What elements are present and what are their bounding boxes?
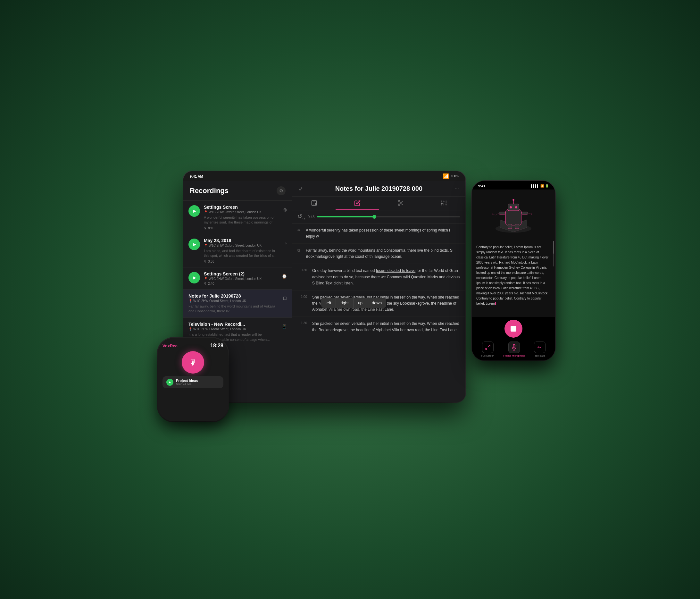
timeline-scrubber[interactable] (372, 215, 376, 219)
recording-location-3: 📍 W1C 2HW Oxford Street, London UK (204, 277, 278, 281)
svg-line-41 (485, 348, 487, 350)
context-left[interactable]: left (321, 298, 336, 308)
rewind-15s-button[interactable]: ↺15 (297, 213, 305, 221)
settings-button[interactable]: ⚙ (277, 186, 285, 195)
watch-project-duration: 8min 47 sec (176, 383, 220, 386)
recording-info-2: May 28, 2018 📍 W1C 2HW Oxford Street, Lo… (204, 238, 281, 263)
svg-rect-25 (506, 210, 522, 225)
stop-icon (510, 326, 516, 332)
svg-point-27 (509, 206, 512, 209)
iphone-microphone-icon (508, 341, 520, 353)
timeline-progress (317, 216, 374, 217)
svg-point-28 (515, 206, 517, 209)
svg-point-7 (398, 204, 400, 206)
recording-location-1: 📍 W1C 2HW Oxford Street, London UK (204, 210, 279, 214)
context-right[interactable]: right (336, 298, 353, 308)
iphone-text-content: Contrary to popular belief, Lorem Ipsum … (472, 241, 555, 317)
location-icon-3: 📍 (204, 277, 208, 281)
svg-line-40 (489, 345, 490, 346)
mic-icon-2: 🎙 (204, 260, 207, 263)
svg-line-37 (528, 213, 532, 214)
expand-icon[interactable]: ⤢ (299, 186, 303, 192)
play-button-2[interactable] (189, 239, 200, 250)
transcript-text-2: Far far away, behind the word mountains … (306, 247, 460, 260)
notes-title: Notes for Julie 20190728 000 (335, 185, 422, 192)
tab-edit[interactable] (335, 196, 379, 210)
svg-rect-34 (515, 224, 519, 229)
notes-toolbar (292, 196, 466, 210)
scrollbar-thumb[interactable] (553, 241, 554, 254)
watch-device: VoxRec 18:28 🎙 Project Ideas 8min 47 sec (158, 338, 228, 421)
watch-project-name: Project Ideas (176, 379, 220, 383)
transcript-text-1: A wonderful serenity has taken possessio… (306, 227, 460, 240)
notes-panel: ⤢ Notes for Julie 20190728 000 ··· (292, 181, 466, 402)
iphone-signal-icon: ▌▌▌▌ (531, 184, 539, 188)
recording-item-1[interactable]: Settings Screen 📍 W1C 2HW Oxford Street,… (183, 201, 292, 234)
tab-scissors[interactable] (379, 196, 422, 210)
svg-rect-33 (508, 224, 512, 229)
mic-icon-3: 🎙 (204, 282, 207, 285)
transcript-time-4: 1:00 (297, 295, 307, 313)
more-options-icon[interactable]: ··· (455, 186, 459, 192)
scrollbar-track (553, 241, 554, 266)
iphone-time: 9:41 (478, 184, 485, 188)
iphone-screen: Contrary to popular belief, Lorem Ipsum … (472, 190, 555, 317)
play-button-1[interactable] (189, 205, 200, 217)
recording-name-1: Settings Screen (204, 205, 279, 210)
stop-recording-button[interactable] (504, 320, 522, 338)
watch-project-item[interactable]: Project Ideas 8min 47 sec (162, 376, 223, 388)
context-down[interactable]: down (367, 298, 386, 308)
text-size-icon: Aa (534, 341, 546, 353)
recording-item-2[interactable]: May 28, 2018 📍 W1C 2HW Oxford Street, Lo… (183, 234, 292, 267)
notes-header: ⤢ Notes for Julie 20190728 000 ··· (292, 181, 466, 196)
recording-duration-2: 🎙 3:36 (204, 260, 281, 263)
svg-rect-32 (522, 212, 528, 215)
recording-type-icon-5: 📱 (282, 324, 287, 329)
mic-icon-1: 🎙 (204, 226, 207, 230)
ipad-time: 9:41 AM (190, 174, 203, 178)
transcript-text-3: One day however a blind text named Ipsum… (312, 268, 460, 286)
watch-play-button[interactable] (166, 379, 173, 386)
recording-type-icon-4: ☐ (283, 296, 287, 301)
svg-text:Aa: Aa (538, 346, 541, 349)
watch-project-info: Project Ideas 8min 47 sec (176, 379, 220, 386)
scene: 9:41 AM 📶 100% Recordings ⚙ Settings Scr… (158, 171, 542, 428)
text-size-label: Text Size (534, 354, 545, 357)
svg-point-39 (531, 214, 532, 215)
recording-transcript-1: A wonderful serenity has taken possessio… (204, 215, 279, 225)
iphone-microphone-action[interactable]: iPhone Microphone (503, 341, 525, 357)
watch-app-name: VoxRec (162, 343, 178, 348)
recording-duration-3: 🎙 2:40 (204, 282, 278, 285)
svg-line-10 (399, 202, 400, 203)
edit-icon-1: ✏ (297, 228, 303, 240)
recording-type-icon-2: ♪ (285, 240, 287, 245)
fullscreen-label: Full Screen (481, 354, 494, 357)
recording-name-5: Television - New Recordi... (189, 321, 278, 327)
watch-record-button[interactable]: 🎙 (182, 351, 204, 374)
recording-location-5: 📍 W1C 2HW Oxford Street, London UK (189, 328, 278, 331)
recording-duration-1: 🎙 8:10 (204, 226, 279, 230)
recording-location-4: 📍 W1C 2HW Oxford Street, London UK (189, 299, 279, 303)
context-up[interactable]: up (353, 298, 367, 308)
ipad-status-right: 📶 100% (443, 173, 459, 179)
watch-mic-icon: 🎙 (189, 357, 197, 368)
location-icon-4: 📍 (189, 299, 192, 303)
location-icon-5: 📍 (189, 328, 192, 331)
recording-item-3[interactable]: Settings Screen (2) 📍 W1C 2HW Oxford Str… (183, 267, 292, 290)
context-menu: left right up down (321, 298, 386, 308)
text-size-action[interactable]: Aa Text Size (534, 341, 546, 357)
tab-transcribe[interactable] (292, 196, 335, 210)
transcript-time-5: 1:30 (297, 321, 307, 333)
tab-sliders[interactable] (422, 196, 466, 210)
iphone-paragraph: Contrary to popular belief, Lorem Ipsum … (476, 245, 551, 306)
recording-type-icon-3: ⌚ (282, 274, 287, 279)
recordings-header: Recordings ⚙ (183, 181, 292, 201)
svg-point-6 (398, 201, 400, 202)
recording-info-1: Settings Screen 📍 W1C 2HW Oxford Street,… (204, 205, 279, 230)
recording-item-4[interactable]: Notes for Julie 20190728 📍 W1C 2HW Oxfor… (183, 290, 292, 318)
play-button-3[interactable] (189, 272, 200, 284)
fullscreen-action[interactable]: Full Screen (481, 341, 494, 357)
timeline-track[interactable] (317, 216, 460, 217)
recording-transcript-4: Far far away, behind the word mountains … (189, 304, 279, 314)
audio-timeline: ↺15 0:43 (292, 210, 466, 223)
